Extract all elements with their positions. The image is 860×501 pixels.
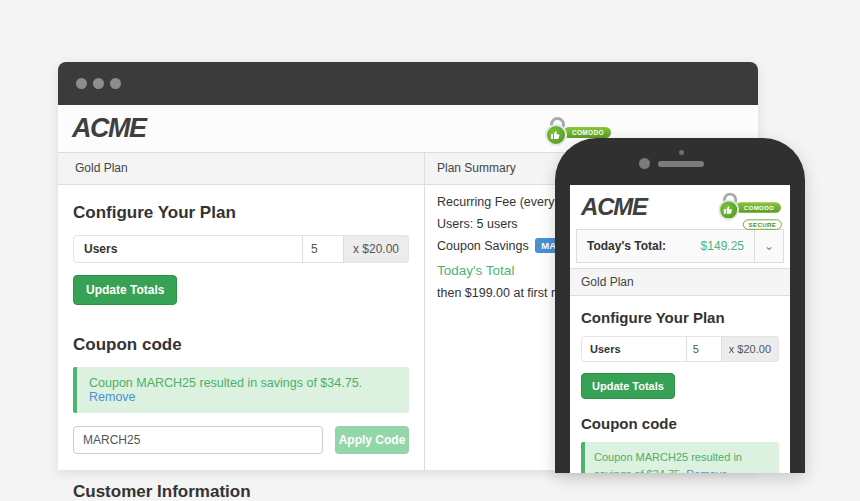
mobile-brand-logo: ACME	[581, 193, 647, 221]
window-control-dot[interactable]	[93, 78, 104, 89]
customer-information-heading: Customer Information	[73, 482, 409, 501]
mobile-plan-name-header: Gold Plan	[570, 268, 790, 296]
mobile-configure-plan-heading: Configure Your Plan	[581, 309, 779, 326]
users-label: Users	[84, 242, 117, 256]
phone-screen: ACME COMODO SECURE Today's Total: $149.2…	[570, 185, 790, 473]
phone-speaker-icon	[658, 161, 704, 167]
mobile-coupon-success-alert: Coupon MARCH25 resulted in savings of $3…	[581, 442, 779, 473]
users-config-row: Users x $20.00	[73, 235, 409, 263]
mobile-total-label: Today's Total:	[577, 239, 666, 253]
lock-body-icon	[545, 124, 567, 146]
remove-coupon-link[interactable]: Remove	[89, 390, 136, 404]
unit-price-addon: x $20.00	[344, 235, 409, 263]
coupon-alert-text: Coupon MARCH25 resulted in savings of $3…	[89, 376, 362, 390]
comodo-label: COMODO	[735, 202, 780, 212]
configure-plan-heading: Configure Your Plan	[73, 203, 409, 223]
mobile-comodo-secure-badge: COMODO SECURE	[718, 193, 779, 222]
plan-name-header: Gold Plan	[58, 153, 425, 184]
comodo-label: COMODO	[563, 127, 611, 138]
coupon-code-input[interactable]	[73, 426, 323, 454]
mobile-total-value: $149.25	[701, 239, 754, 253]
phone-mockup: ACME COMODO SECURE Today's Total: $149.2…	[555, 138, 805, 473]
phone-sensor-icon	[679, 150, 684, 155]
lock-body-icon	[718, 199, 739, 220]
coupon-savings-label: Coupon Savings	[437, 239, 529, 253]
window-control-dot[interactable]	[110, 78, 121, 89]
mobile-coupon-code-heading: Coupon code	[581, 415, 779, 432]
update-totals-button[interactable]: Update Totals	[73, 275, 177, 305]
thumbs-up-icon	[550, 129, 562, 141]
secure-label: SECURE	[743, 219, 782, 229]
chevron-down-icon[interactable]: ⌄	[754, 230, 783, 262]
browser-titlebar	[58, 62, 758, 105]
users-quantity-input[interactable]	[302, 235, 344, 263]
window-control-dot[interactable]	[76, 78, 87, 89]
mobile-users-quantity-input[interactable]	[686, 336, 722, 362]
coupon-success-alert: Coupon MARCH25 resulted in savings of $3…	[73, 367, 409, 413]
coupon-code-heading: Coupon code	[73, 335, 409, 355]
mobile-remove-coupon-link[interactable]: Remove	[686, 468, 727, 474]
mobile-update-totals-button[interactable]: Update Totals	[581, 373, 675, 399]
mobile-total-accordion[interactable]: Today's Total: $149.25 ⌄	[576, 229, 784, 263]
unit-price-addon: x $20.00	[722, 336, 779, 362]
users-label: Users	[590, 343, 621, 355]
mobile-users-config-row: Users x $20.00	[581, 336, 779, 362]
mobile-site-header: ACME COMODO SECURE	[570, 185, 790, 229]
brand-logo: ACME	[72, 113, 146, 144]
plan-config-panel: Configure Your Plan Users x $20.00 Updat…	[58, 185, 425, 470]
apply-code-button[interactable]: Apply Code	[335, 426, 409, 454]
phone-camera-icon	[639, 158, 650, 169]
thumbs-up-icon	[723, 204, 734, 215]
